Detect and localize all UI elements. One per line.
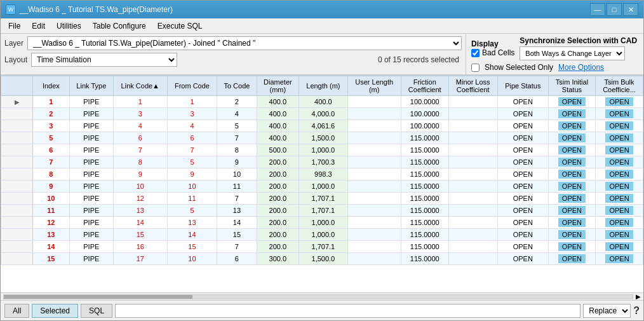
scrollbar-track[interactable] <box>3 294 633 299</box>
minimize-button[interactable]: — <box>590 3 605 16</box>
cell-user-length <box>347 132 401 144</box>
open-badge-bulk: OPEN <box>605 97 633 106</box>
table-row[interactable]: 2PIPE334400.04,000.0100.0000OPENOPENOPEN <box>1 108 643 120</box>
records-info: 0 of 15 records selected <box>378 55 462 64</box>
cell-index: 3 <box>33 120 70 132</box>
menu-edit[interactable]: Edit <box>27 20 50 32</box>
header-to-code[interactable]: To Code <box>217 76 257 96</box>
bad-cells-checkbox[interactable] <box>471 49 480 57</box>
replace-select[interactable]: Replace Append Filter <box>583 304 631 318</box>
table-row[interactable]: 5PIPE667400.01,500.0115.0000OPENOPENOPEN <box>1 132 643 144</box>
horizontal-scrollbar[interactable]: ▶ <box>1 292 643 300</box>
help-button[interactable]: ? <box>633 305 640 317</box>
header-selector <box>1 76 33 96</box>
show-selected-checkbox[interactable] <box>471 64 480 72</box>
cell-user-length <box>347 181 401 193</box>
table-row[interactable]: 10PIPE12117200.01,707.1115.0000OPENOPENO… <box>1 193 643 205</box>
header-index[interactable]: Index <box>33 76 70 96</box>
close-button[interactable]: ✕ <box>623 3 638 16</box>
cell-index: 9 <box>33 181 70 193</box>
row-arrow-cell <box>1 193 33 205</box>
layer-select[interactable]: __Wadiso 6 _ Tutorial TS.Wa_pipe(Diamete… <box>27 36 462 50</box>
all-button[interactable]: All <box>4 304 29 318</box>
cell-link-type: PIPE <box>69 168 113 181</box>
cell-minor-loss <box>448 108 497 120</box>
table-container[interactable]: Index Link Type Link Code▲ From Code To … <box>1 75 643 292</box>
header-tsim-initial[interactable]: Tsim InitialStatus <box>548 76 595 96</box>
scroll-right-btn[interactable]: ▶ <box>636 293 643 300</box>
cell-tsim-bulk: OPEN <box>596 193 643 205</box>
cell-tsim-initial: OPEN <box>548 96 595 108</box>
cell-length: 1,000.0 <box>299 229 347 241</box>
table-row[interactable]: 7PIPE859200.01,700.3115.0000OPENOPENOPEN <box>1 156 643 168</box>
cell-link-code: 10 <box>113 181 167 193</box>
menu-file[interactable]: File <box>3 20 25 32</box>
open-badge-bulk: OPEN <box>605 121 633 130</box>
menu-execute-sql[interactable]: Execute SQL <box>152 20 208 32</box>
cell-friction: 100.0000 <box>401 120 448 132</box>
header-tsim-bulk[interactable]: Tsim BulkCoefficie... <box>596 76 643 96</box>
layout-row: Layout Time Simulation 0 of 15 records s… <box>4 53 462 67</box>
table-row[interactable]: 8PIPE9910200.0998.3115.0000OPENOPENOPEN <box>1 168 643 181</box>
cell-tsim-bulk: OPEN <box>596 205 643 217</box>
header-pipe-status[interactable]: Pipe Status <box>497 76 548 96</box>
cell-length: 1,707.1 <box>299 193 347 205</box>
cell-friction: 115.0000 <box>401 193 448 205</box>
cell-tsim-initial: OPEN <box>548 217 595 229</box>
layout-select[interactable]: Time Simulation <box>31 53 177 67</box>
menu-table-configure[interactable]: Table Configure <box>88 20 151 32</box>
cell-minor-loss <box>448 217 497 229</box>
menu-utilities[interactable]: Utilities <box>51 20 86 32</box>
sql-input[interactable] <box>115 304 580 318</box>
row-arrow-cell <box>1 120 33 132</box>
open-badge-bulk: OPEN <box>605 218 633 227</box>
right-panel: Display Bad Cells Synchronize Selection … <box>466 34 643 74</box>
cell-user-length <box>347 229 401 241</box>
cell-length: 998.3 <box>299 168 347 181</box>
cell-pipe-status: OPEN <box>497 241 548 253</box>
table-row[interactable]: 3PIPE445400.04,061.6100.0000OPENOPENOPEN <box>1 120 643 132</box>
header-length[interactable]: Length (m) <box>299 76 347 96</box>
window-title: __Wadiso 6 _ Tutorial TS.Wa_pipe(Diamete… <box>20 5 173 14</box>
table-row[interactable]: 13PIPE151415200.01,000.0115.0000OPENOPEN… <box>1 229 643 241</box>
header-friction[interactable]: FrictionCoefficient <box>401 76 448 96</box>
table-row[interactable]: ▶1PIPE112400.0400.0100.0000OPENOPENOPEN <box>1 96 643 108</box>
open-badge-bulk: OPEN <box>605 158 633 167</box>
more-options-link[interactable]: More Options <box>558 63 604 72</box>
cell-friction: 115.0000 <box>401 156 448 168</box>
row-arrow-cell <box>1 241 33 253</box>
cell-pipe-status: OPEN <box>497 181 548 193</box>
header-link-code[interactable]: Link Code▲ <box>113 76 167 96</box>
header-user-length[interactable]: User Length(m) <box>347 76 401 96</box>
cell-minor-loss <box>448 181 497 193</box>
table-row[interactable]: 6PIPE778500.01,000.0115.0000OPENOPENOPEN <box>1 144 643 156</box>
header-from-code[interactable]: From Code <box>167 76 217 96</box>
cell-link-type: PIPE <box>69 217 113 229</box>
display-label: Display <box>471 39 514 48</box>
cell-length: 1,000.0 <box>299 181 347 193</box>
cell-pipe-status: OPEN <box>497 253 548 265</box>
table-row[interactable]: 11PIPE13513200.01,707.1115.0000OPENOPENO… <box>1 205 643 217</box>
scrollbar-thumb[interactable] <box>4 295 192 299</box>
header-diameter[interactable]: Diameter(mm) <box>257 76 299 96</box>
maximize-button[interactable]: □ <box>607 3 622 16</box>
sync-select[interactable]: Both Ways & Change Layer <box>520 46 625 60</box>
table-row[interactable]: 9PIPE101011200.01,000.0115.0000OPENOPENO… <box>1 181 643 193</box>
cell-link-type: PIPE <box>69 156 113 168</box>
table-row[interactable]: 15PIPE17106300.01,500.0115.0000OPENOPENO… <box>1 253 643 265</box>
cell-from-code: 9 <box>167 168 217 181</box>
cell-diameter: 200.0 <box>257 181 299 193</box>
cell-link-type: PIPE <box>69 96 113 108</box>
cell-link-type: PIPE <box>69 229 113 241</box>
cell-length: 4,000.0 <box>299 108 347 120</box>
selected-button[interactable]: Selected <box>32 304 78 318</box>
header-link-type[interactable]: Link Type <box>69 76 113 96</box>
cell-pipe-status: OPEN <box>497 217 548 229</box>
display-row: Display Bad Cells Synchronize Selection … <box>471 36 638 60</box>
top-controls: Layer __Wadiso 6 _ Tutorial TS.Wa_pipe(D… <box>1 34 643 75</box>
table-row[interactable]: 12PIPE141314200.01,000.0115.0000OPENOPEN… <box>1 217 643 229</box>
cell-friction: 100.0000 <box>401 96 448 108</box>
header-minor-loss[interactable]: Minor LossCoefficient <box>448 76 497 96</box>
sql-button[interactable]: SQL <box>81 304 112 318</box>
table-row[interactable]: 14PIPE16157200.01,707.1115.0000OPENOPENO… <box>1 241 643 253</box>
